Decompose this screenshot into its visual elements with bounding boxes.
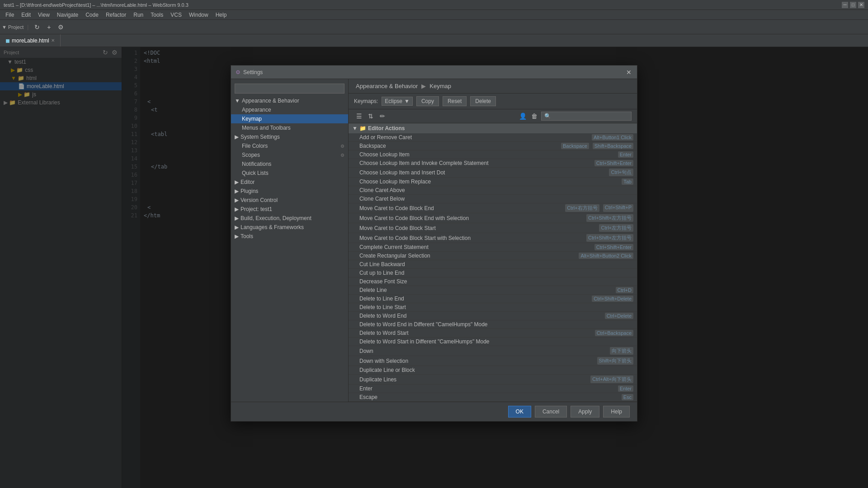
table-row[interactable]: Down with Selection Shift+向下箭头 [349,356,637,366]
table-row[interactable]: Delete to Word Start in Different "Camel… [349,338,637,346]
table-row[interactable]: Move Caret to Code Block Start with Sele… [349,233,637,243]
nav-item-appearance[interactable]: Appearance [231,105,348,114]
table-row[interactable]: Delete to Line Start [349,303,637,312]
table-row[interactable]: Move Caret to Code Block End with Select… [349,213,637,223]
menu-window[interactable]: Window [185,11,212,19]
nav-item-appearance-behavior[interactable]: ▼ Appearance & Behavior [231,96,348,105]
shortcut-badge: 向下箭头 [610,347,633,355]
table-row[interactable]: Choose Lookup Item and Insert Dot Ctrl+句… [349,168,637,178]
cancel-button[interactable]: Cancel [535,406,567,418]
apply-button[interactable]: Apply [571,406,599,418]
nav-search-input[interactable] [235,84,344,94]
table-row[interactable]: Delete to Line End Ctrl+Shift+Delete [349,295,637,303]
nav-item-project[interactable]: ▶ Project: test1 [231,205,348,214]
menu-refactor[interactable]: Refactor [102,11,130,19]
menu-run[interactable]: Run [130,11,147,19]
action-name: Delete to Line Start [359,304,633,310]
action-name: Enter [359,385,616,392]
table-row[interactable]: Cut up to Line End [349,269,637,277]
action-name: Cut Line Backward [359,261,633,267]
nav-item-tools[interactable]: ▶ Tools [231,232,348,241]
breadcrumb-parent: Appearance & Behavior [356,83,418,89]
help-button[interactable]: Help [603,406,630,418]
toolbar-sync-btn[interactable]: ↻ [32,22,42,32]
table-row[interactable]: Add or Remove Caret Alt+Button1 Click [349,133,637,142]
nav-item-editor[interactable]: ▶ Editor [231,178,348,187]
action-name: Clone Caret Above [359,187,633,193]
ok-button[interactable]: OK [508,406,531,418]
delete-button[interactable]: Delete [470,96,496,106]
nav-item-label: Languages & Frameworks [241,224,304,230]
table-row[interactable]: Clone Caret Below [349,195,637,203]
table-row[interactable]: Choose Lookup Item Replace Tab [349,178,637,186]
nav-item-plugins[interactable]: ▶ Plugins [231,187,348,196]
nav-item-label: Appearance & Behavior [242,98,299,104]
nav-item-menus-toolbars[interactable]: Menus and Toolbars [231,123,348,132]
action-name: Choose Lookup Item [359,151,616,158]
table-row[interactable]: Delete Line Ctrl+D [349,286,637,295]
table-row[interactable]: Decrease Font Size [349,277,637,286]
modal-close-button[interactable]: ✕ [625,69,632,76]
nav-item-languages-frameworks[interactable]: ▶ Languages & Frameworks [231,223,348,232]
table-row[interactable]: Create Rectangular Selection Alt+Shift+B… [349,252,637,260]
sort-icon-btn[interactable]: ⇅ [366,111,376,121]
nav-item-build-execution[interactable]: ▶ Build, Execution, Deployment [231,214,348,223]
toolbar-add-btn[interactable]: + [44,22,54,32]
project-combo[interactable]: ▼ Project [2,24,24,30]
nav-item-keymap[interactable]: Keymap [231,114,348,123]
keymap-select[interactable]: Eclipse ▼ [382,97,413,106]
table-row[interactable]: Delete to Word Start Ctrl+Backspace [349,329,637,338]
nav-item-quick-lists[interactable]: Quick Lists [231,169,348,178]
tab-morelable[interactable]: ◼ moreLable.html ✕ [0,34,61,47]
nav-item-version-control[interactable]: ▶ Version Control [231,196,348,205]
action-name: Move Caret to Code Block End with Select… [359,215,585,221]
minimize-button[interactable]: ─ [842,2,848,8]
shortcut-badge: Tab [622,178,633,185]
nav-item-system-settings[interactable]: ▶ System Settings [231,132,348,141]
table-row[interactable]: Clone Caret Above [349,186,637,195]
delete-shortcut-icon-btn[interactable]: 🗑 [529,111,539,121]
action-name: Choose Lookup Item and Insert Dot [359,169,607,176]
section-expand-icon: ▼ [352,125,358,131]
table-row[interactable]: Move Caret to Code Block Start Ctrl+左方括号 [349,223,637,233]
table-row[interactable]: Delete to Word End in Different "CamelHu… [349,320,637,329]
menu-view[interactable]: View [34,11,53,19]
table-row[interactable]: Choose Lookup Item Enter [349,150,637,159]
table-row[interactable]: Cut Line Backward [349,260,637,269]
reset-button[interactable]: Reset [443,96,467,106]
table-row[interactable]: Delete to Word End Ctrl+Delete [349,312,637,320]
menu-tools[interactable]: Tools [147,11,167,19]
menu-vcs[interactable]: VCS [167,11,185,19]
nav-item-notifications[interactable]: Notifications [231,160,348,169]
table-row[interactable]: Duplicate Lines Ctrl+Alt+向下箭头 [349,375,637,385]
shortcut-badge: Ctrl+Shift+P [603,204,633,212]
tab-close-icon[interactable]: ✕ [51,38,55,43]
table-row[interactable]: Choose Lookup Item and Invoke Complete S… [349,159,637,168]
table-row[interactable]: Move Caret to Code Block End Ctrl+右方括号 C… [349,203,637,213]
edit-icon-btn[interactable]: ✏ [377,111,387,121]
menu-navigate[interactable]: Navigate [53,11,82,19]
menu-help[interactable]: Help [212,11,231,19]
shortcut-badge: Ctrl+D [616,287,633,293]
menu-file[interactable]: File [2,11,18,19]
table-row[interactable]: Complete Current Statement Ctrl+Shift+En… [349,243,637,252]
section-header-editor-actions[interactable]: ▼ 📁 Editor Actions [349,123,637,133]
table-row[interactable]: Down 向下箭头 [349,346,637,356]
table-row[interactable]: Duplicate Line or Block [349,366,637,375]
actions-search-input[interactable] [541,112,632,121]
close-button[interactable]: ✕ [858,2,864,8]
table-row[interactable]: Escape Esc [349,393,637,402]
menu-code[interactable]: Code [82,11,102,19]
user-icon-btn[interactable]: 👤 [518,111,528,121]
table-row[interactable]: Backspace Backspace Shift+Backspace [349,142,637,150]
nav-item-file-colors[interactable]: File Colors ⚙ [231,141,348,150]
copy-button[interactable]: Copy [416,96,439,106]
table-row[interactable]: Enter Enter [349,385,637,393]
nav-item-scopes[interactable]: Scopes ⚙ [231,150,348,160]
action-name: Delete to Word End [359,313,603,319]
toolbar-settings-btn[interactable]: ⚙ [56,22,66,32]
action-name: Complete Current Statement [359,244,593,250]
menu-edit[interactable]: Edit [18,11,34,19]
filter-icon-btn[interactable]: ☰ [354,111,364,121]
maximize-button[interactable]: □ [850,2,856,8]
